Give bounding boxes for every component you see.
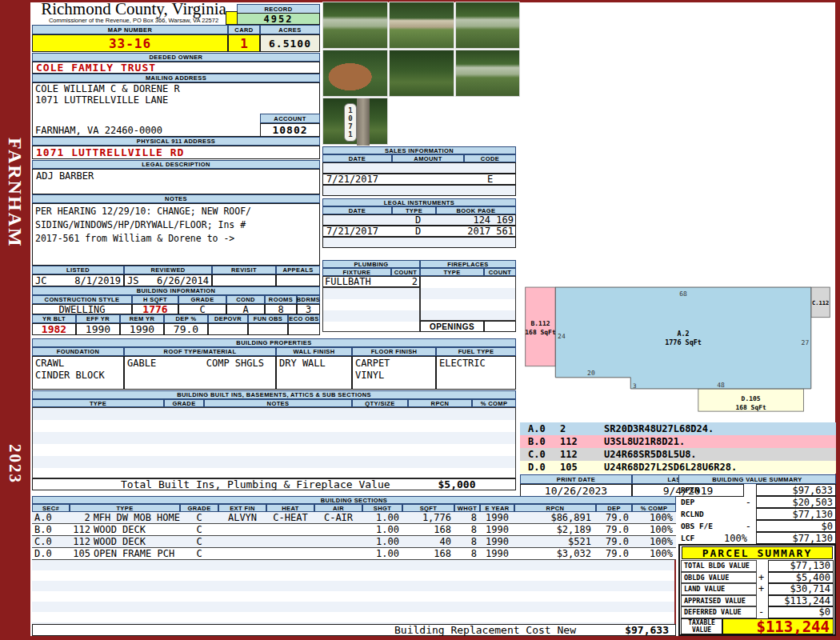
floor-line-2: VINYL [355,370,384,382]
segment-vector: U3SL8U21R8D21. [604,436,685,447]
instrument-bookpage-header: BOOK PAGE [436,206,516,214]
bs-type: 112WOOD DECK [70,524,180,535]
bs-grade: C [180,536,218,547]
effyr-value: 1990 [76,323,120,335]
legal-description-header: LEGAL DESCRIPTION [32,160,320,169]
bs-dep: 79.0 [596,536,632,547]
parcel-sign: + [757,572,768,583]
bs-extfin [218,524,266,535]
print-date-header: PRINT DATE [520,474,632,484]
built-ins-rpcn-header: RPCN [408,399,472,407]
sketch-a-sqft: 1776 SqFt [665,338,702,346]
legal-instruments-header: LEGAL INSTRUMENTS [322,198,516,206]
value-summary-row: RPCN $97,633 [678,484,836,496]
plumbing-row: FULLBATH 2 [322,276,420,287]
sketch-dim-step: 3 [633,382,637,390]
segment-row-b: B.0 112 U3SL8U21R8D21. [520,435,836,448]
sketch-dim-bottom-right: 48 [717,382,725,389]
value-summary-row: OBS F/E - $0 [678,520,836,532]
vs-value: $77,130 [756,532,836,544]
sketch-d-sqft: 168 SqFt [735,404,766,411]
built-ins-header: BUILDING BUILT INS, BASEMENTS, ATTICS & … [32,390,516,399]
taxable-value-label: TAXABLE VALUE [681,618,722,634]
sales-code-header: CODE [464,154,516,162]
instrument-date-header: DATE [322,206,392,214]
property-photo-5 [389,50,454,97]
parcel-label: TOTAL BLDG VALUE [681,560,757,572]
built-ins-total-row: Total Built Ins, Plumbing & Fireplace Va… [32,478,516,490]
foundation-line-2: CINDER BLOCK [35,370,105,382]
parcel-value: $0 [768,606,834,618]
segment-row-a: A.0 2 SR20D3R48U27L68D24. [520,422,836,435]
built-ins-comp-header: % COMP [472,399,516,407]
dep-value: 79.0 [164,323,208,335]
bs-heat [266,548,314,559]
bs-air [314,548,362,559]
replacement-cost-value: $97,633 [625,624,669,636]
card-value: 1 [228,34,260,52]
bs-sec: A.0 [32,512,70,523]
taxable-label-line1: TAXABLE [688,619,715,626]
vs-sign: - [746,521,756,532]
sketch-a-name: A.2 [677,330,689,338]
sales-row [322,162,516,174]
bs-extfin [218,536,266,547]
roof-header: ROOF TYPE/MATERIAL [124,347,276,356]
sales-date-header: DATE [322,154,392,162]
acres-value: 6.5100 [260,34,320,52]
bs-dep: 79.0 [596,524,632,535]
revisit-header: REVISIT [212,266,276,274]
foundation-header: FOUNDATION [32,347,124,356]
property-photo-1 [322,2,388,49]
instrument-row: D 124 169 [322,214,516,226]
cond-header: COND [226,295,265,304]
bs-comp: 100% [632,548,676,559]
bs-grade-header: GRADE [180,504,218,512]
map-number-value: 33-16 [32,34,228,52]
segment-code: 2 [560,423,604,434]
card-header: CARD [228,25,260,34]
parcel-value: $30,714 [768,583,834,595]
bs-grade: C [180,512,218,523]
parcel-value: $113,244 [768,595,834,607]
notes-line-2: SIDING/WINDOWS/HP/DRYWALL/FLOOR; Ins # [35,218,317,230]
bdrms-value: 3 [297,304,320,314]
reviewed-value: JS6/26/2014 [124,274,212,286]
sidebar: FARNHAM 2023 [0,0,30,640]
building-section-row: A.0 2MFH DW MOB HOME C ALVYN C-HEAT C-AI… [32,512,676,524]
segment-code: 112 [560,436,604,447]
print-date-value: 10/26/2023 [520,484,632,497]
segment-sec: B.0 [520,436,560,447]
bs-type-code: 105 [70,548,94,559]
notes-line-3: 2017-561 from William & Dorene to -> [35,232,317,244]
bs-sqft: 168 [402,524,454,535]
roof-type: GABLE [127,358,156,369]
cond-value: A [226,304,265,314]
parcel-label: APPRAISED VALUE [681,595,757,607]
segment-code: 112 [560,449,604,460]
property-photo-6 [455,50,520,97]
dep-header: DEP % [164,314,208,323]
bs-sqft: 1,776 [402,512,454,523]
bs-shgt: 1.00 [362,524,402,535]
segment-row-d: D.0 105 U24R68D27L2SD6L28U6R28. [520,461,836,474]
building-sections-empty-rows [32,560,676,624]
bs-type-code: 112 [70,536,94,547]
bs-eyear: 1990 [480,524,514,535]
roof-material: COMP SHGLS [206,358,264,369]
bs-comp-header: % COMP [632,504,676,512]
bs-dep-header: DEP [596,504,632,512]
parcel-sign: + [757,583,768,594]
bs-air-header: AIR [314,504,362,512]
reviewed-header: REVIEWED [124,266,212,274]
building-info-header: BUILDING INFORMATION [32,286,320,295]
bs-sec-header: SEC# [32,504,70,512]
vs-value: $20,503 [756,496,836,508]
physical-address-value: 1071 LUTTRELLVILLE RD [32,146,320,159]
bs-whgt: 8 [454,512,480,523]
sketch-b-sqft: 168 SqFt [525,329,556,336]
notes-line-1: PER HEARING 12/29/10: CHANGE; NEW ROOF/ [35,205,317,217]
vs-value: $77,130 [756,508,836,520]
funobs-value [248,323,288,335]
account-header: ACCOUNT [260,114,320,123]
